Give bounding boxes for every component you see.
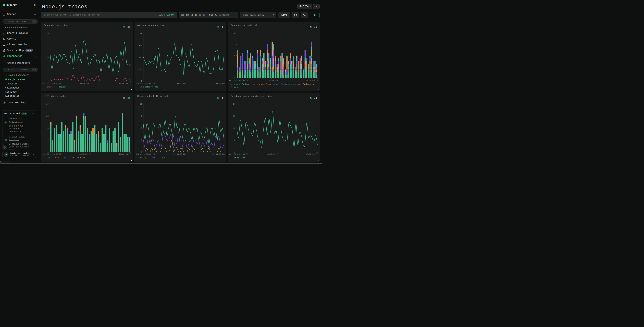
svg-text:8: 8 — [47, 56, 48, 58]
svg-text:Oct 26 1:00:00 PM: Oct 26 1:00:00 PM — [42, 82, 61, 84]
svg-text:150: 150 — [138, 68, 142, 70]
svg-text:0: 0 — [47, 80, 48, 82]
svg-text:12:30:00 PM: 12:30:00 PM — [306, 80, 318, 82]
svg-text:300: 300 — [138, 56, 142, 58]
svg-text:Oct 26 1:00:00 PM: Oct 26 1:00:00 PM — [136, 153, 155, 155]
svg-text:16: 16 — [233, 32, 235, 34]
svg-text:8: 8 — [234, 55, 236, 57]
svg-text:4: 4 — [47, 139, 48, 141]
svg-text:12:30:00 PM: 12:30:00 PM — [119, 153, 131, 155]
svg-text:0: 0 — [234, 77, 236, 79]
svg-text:Oct 26 1:00:00 PM: Oct 26 1:00:00 PM — [229, 80, 248, 82]
svg-text:20: 20 — [233, 103, 235, 105]
svg-text:12: 12 — [46, 115, 48, 117]
svg-text:Oct 26 1:00:00 PM: Oct 26 1:00:00 PM — [42, 153, 61, 155]
svg-text:10: 10 — [233, 127, 235, 129]
svg-text:15: 15 — [233, 115, 235, 117]
svg-text:3: 3 — [141, 139, 142, 141]
svg-text:12:30:00 PM: 12:30:00 PM — [212, 153, 224, 155]
svg-text:12:30:00 PM: 12:30:00 PM — [306, 153, 318, 155]
svg-text:4: 4 — [47, 68, 48, 70]
svg-text:11:30:00 PM: 11:30:00 PM — [266, 153, 279, 155]
svg-text:12: 12 — [233, 44, 235, 46]
svg-text:11:30:00 PM: 11:30:00 PM — [173, 82, 186, 84]
svg-text:16: 16 — [46, 103, 48, 105]
svg-text:11:00:00 PM: 11:00:00 PM — [78, 153, 91, 155]
svg-text:12:30:00 PM: 12:30:00 PM — [212, 82, 224, 84]
svg-text:11:30:00 PM: 11:30:00 PM — [80, 82, 92, 84]
svg-text:Oct 26 1:00:00 PM: Oct 26 1:00:00 PM — [136, 82, 155, 84]
svg-text:1k: 1k — [140, 32, 142, 34]
svg-text:0: 0 — [141, 151, 142, 153]
svg-text:11:00:00 PM: 11:00:00 PM — [266, 80, 278, 82]
svg-text:5: 5 — [234, 139, 236, 141]
svg-text:12:30:00 PM: 12:30:00 PM — [119, 82, 131, 84]
svg-text:4: 4 — [234, 66, 236, 68]
svg-text:12: 12 — [140, 103, 142, 105]
svg-text:12: 12 — [46, 44, 48, 46]
svg-text:Oct 26 1:00:00 PM: Oct 26 1:00:00 PM — [229, 153, 248, 155]
svg-text:9: 9 — [141, 115, 142, 117]
svg-text:6: 6 — [141, 127, 142, 129]
svg-text:0: 0 — [141, 80, 142, 82]
svg-text:450: 450 — [138, 44, 142, 46]
svg-text:16: 16 — [46, 32, 48, 34]
svg-text:11:30:00 PM: 11:30:00 PM — [173, 153, 186, 155]
svg-text:0: 0 — [234, 151, 236, 153]
svg-text:0: 0 — [47, 151, 48, 153]
svg-text:8: 8 — [47, 127, 48, 129]
